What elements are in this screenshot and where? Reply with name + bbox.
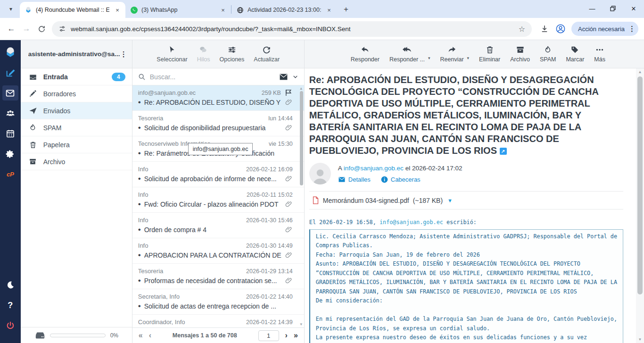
message-row[interactable]: Info2026-01-30 14:49 •APROBACION PARA LA… [132,238,304,264]
message-row[interactable]: Tesorerialun 14:44 •Solicitud de disponi… [132,111,304,136]
scrollbar-thumb[interactable] [637,76,643,294]
quota-percent: 0% [110,332,118,339]
mark-button[interactable]: Marcar [566,45,584,63]
list-scrollbar[interactable]: ▲ ▼ [298,85,304,327]
scrollbar-thumb[interactable] [300,91,303,185]
tab-close-icon[interactable]: × [113,6,122,14]
first-page-icon[interactable]: « [139,331,143,340]
new-tab-button[interactable]: + [340,3,352,16]
unread-dot: • [138,125,141,130]
message-row[interactable]: info@sanjuan.gob.ec 259 KB • Re: APROBAC… [132,85,304,111]
quoted-email-link[interactable]: info@sanjuan.gob.ec [380,219,443,226]
delete-button[interactable]: Eliminar [479,45,500,63]
close-button[interactable]: ✕ [623,0,644,17]
message-row[interactable]: Info2026-02-11 15:02 •Fwd: Oficio Circul… [132,187,304,213]
paperclip-icon [285,124,293,132]
message-size: 259 KB [262,90,281,96]
folder-papelera[interactable]: Papelera [21,136,132,153]
spam-button[interactable]: SPAM [540,45,556,63]
cpanel-icon[interactable]: cP [2,167,18,182]
url-text: webmail.sanjuan.gob.ec/cpsess1364244002/… [71,25,514,33]
download-icon[interactable] [537,21,553,37]
attachment-row[interactable]: Memorándum 034-signed.pdf (~187 KB) ▼ [309,191,623,209]
attachment-menu-caret-icon[interactable]: ▼ [447,198,453,203]
url-bar[interactable]: webmail.sanjuan.gob.ec/cpsess1364244002/… [52,21,532,37]
site-settings-icon[interactable] [58,25,66,33]
search-scope-mail-icon[interactable] [279,73,288,81]
message-subject: Re: APROBACIÓN DEL ESTUDIO, DISEÑO Y ... [144,99,282,106]
back-icon[interactable]: ← [4,21,19,36]
unread-dot: • [138,253,141,258]
browser-toolbar: ← → webmail.sanjuan.gob.ec/cpsess1364244… [0,18,644,40]
message-row[interactable]: Coordinador, Info2026-01-22 14:39 • [132,315,304,327]
forward-caret-icon[interactable]: ▾ [467,56,470,60]
settings-gear-icon[interactable] [2,146,18,161]
page-number-input[interactable] [258,330,279,341]
forward-icon [447,45,457,54]
message-row[interactable]: Info2026-01-30 15:46 •Orden de compra # … [132,213,304,238]
contacts-nav-icon[interactable] [2,106,18,121]
reply-button[interactable]: Responder [351,45,380,63]
select-button[interactable]: Seleccionar [157,45,187,63]
search-input[interactable] [150,73,275,81]
mail-nav-icon[interactable] [2,85,18,100]
tab-roundcube[interactable]: (4) Roundcube Webmail :: Envia × [20,2,125,18]
tab-close-icon[interactable]: × [325,6,333,14]
tab-search-icon[interactable]: ▾ [4,2,18,16]
list-pagination: « ‹ Mensajes 1 a 50 de 708 › » [132,327,304,343]
prev-page-icon[interactable]: ‹ [149,331,151,340]
mail-body: El 2026-02-19 16:58, info@sanjuan.gob.ec… [309,218,623,343]
folder-list: Entrada 4 Borradores Enviados SPAM [21,68,132,343]
archive-button[interactable]: Archivo [510,45,530,63]
unread-dot: • [138,151,141,156]
pdf-file-icon [312,196,319,204]
folder-enviados[interactable]: Enviados [21,102,132,119]
reload-icon[interactable] [34,21,49,36]
refresh-button[interactable]: Actualizar [254,45,280,63]
forward-button[interactable]: Reenviar [440,45,464,63]
folder-borradores[interactable]: Borradores [21,85,132,102]
threads-button[interactable]: Hilos [197,45,210,63]
folder-spam[interactable]: SPAM [21,119,132,136]
tab-whatsapp[interactable]: (3) WhatsApp × [125,2,231,18]
recipient-email-link[interactable]: info@sanjuan.gob.ec [344,165,404,172]
search-options-chevron-icon[interactable] [292,74,298,80]
options-button[interactable]: Opciones [219,45,244,63]
reply-all-caret-icon[interactable]: ▾ [428,56,430,60]
folder-entrada[interactable]: Entrada 4 [21,68,132,85]
more-button[interactable]: Más [594,45,605,63]
tab-actividad[interactable]: Actividad 2026-02-23 13:00:00 × [231,2,337,18]
scroll-down-icon[interactable]: ▼ [636,337,644,342]
browser-menu-icon[interactable]: ⋮ [628,25,636,33]
folder-archivo[interactable]: Archivo [21,153,132,170]
dark-mode-moon-icon[interactable] [2,277,18,293]
reply-all-button[interactable]: Responder ... [389,45,425,63]
profile-icon[interactable] [553,21,569,37]
scroll-up-icon[interactable]: ▲ [299,86,303,91]
unread-dot: • [138,304,141,309]
tab-close-icon[interactable]: × [219,6,227,14]
logout-power-icon[interactable] [2,318,18,333]
mail-scrollbar[interactable]: ▲ ▼ [636,68,644,343]
account-menu-icon[interactable]: ⋮ [120,50,127,59]
message-row[interactable]: Secretaria, Info2026-01-22 14:40 •Solici… [132,289,304,315]
minimize-button[interactable]: — [582,0,603,17]
action-needed-chip[interactable]: Acción necesaria ⋮ [571,22,638,36]
flag-icon[interactable] [285,89,293,96]
headers-toggle[interactable]: Cabeceras [381,176,421,183]
message-row[interactable]: Info2026-02-12 16:09 •Solicitud de aprob… [132,162,304,187]
help-icon[interactable]: ? [2,298,18,313]
message-row[interactable]: Tesoreria2026-01-29 13:14 •Proformas de … [132,264,304,289]
details-toggle[interactable]: Detalles [338,176,371,183]
paperclip-icon [285,99,293,106]
next-page-icon[interactable]: › [285,331,288,340]
forward-icon[interactable]: → [19,21,34,36]
scroll-up-icon[interactable]: ▲ [636,70,644,74]
calendar-nav-icon[interactable] [2,126,18,141]
compose-icon[interactable] [2,65,18,80]
restore-button[interactable] [603,0,623,17]
scroll-down-icon[interactable]: ▼ [299,322,303,326]
external-link-icon[interactable]: ↗ [500,148,507,155]
bookmark-star-icon[interactable]: ☆ [519,25,525,33]
last-page-icon[interactable]: » [294,331,298,340]
